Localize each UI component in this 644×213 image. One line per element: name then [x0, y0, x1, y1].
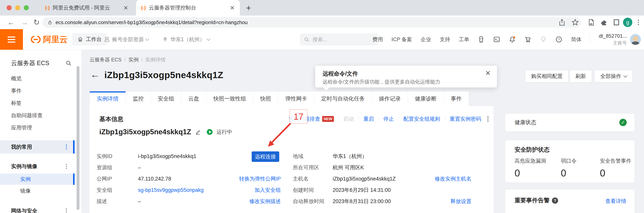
sidebar-group-network-security[interactable]: 网络与安全: [0, 204, 74, 213]
refresh-button[interactable]: 刷新: [570, 70, 592, 82]
field-row-security-group: 安全组 sg-bp15sv9ggpwp55onpakg 加入安全组: [96, 184, 281, 196]
tab-close-icon[interactable]: ✕: [230, 4, 235, 11]
account-resources-selector[interactable]: 账号全部资源: [104, 29, 149, 50]
reload-icon[interactable]: ↻: [34, 18, 40, 27]
sidepanel-page-icon[interactable]: [587, 18, 595, 26]
tab-security-groups[interactable]: 安全组: [151, 91, 181, 106]
account-avatar[interactable]: [630, 34, 641, 45]
more-options-icon[interactable]: [66, 164, 67, 169]
instance-name-row: iZbp1g3i5xogp5ne4skkq1Z 运行中: [99, 128, 232, 136]
stop-link[interactable]: 停止: [384, 116, 394, 122]
extensions-puzzle-icon[interactable]: [600, 18, 608, 26]
nav-link-enterprise[interactable]: 企业: [420, 36, 431, 43]
tab-instance-details[interactable]: 实例详情: [90, 91, 126, 106]
cloudshell-terminal-icon[interactable]: [493, 36, 500, 43]
join-security-group-link[interactable]: 加入安全组: [254, 186, 281, 194]
tooltip-title: 远程命令/文件: [322, 70, 358, 78]
tooltip-close-icon[interactable]: ✕: [485, 69, 491, 77]
sidebar-item-images[interactable]: 镜像: [0, 185, 74, 196]
cart-icon[interactable]: [524, 36, 531, 43]
modify-description-link[interactable]: 修改实例描述: [249, 198, 281, 205]
restart-link[interactable]: 重启: [364, 116, 374, 122]
language-toggle[interactable]: 简体: [571, 36, 582, 43]
account-menu[interactable]: dt_852701... 主账号: [599, 33, 641, 46]
breadcrumb-instances[interactable]: 实例: [128, 57, 138, 62]
security-group-link[interactable]: sg-bp15sv9ggpwp55onpakg: [138, 187, 204, 193]
tab-operation-records[interactable]: 操作记录: [372, 91, 408, 106]
console-search[interactable]: [300, 34, 378, 46]
action-divider: [338, 116, 339, 122]
sidebar-scrollbar[interactable]: [76, 66, 80, 210]
products-menu-icon[interactable]: [0, 29, 23, 50]
window-minimize-button[interactable]: [15, 5, 20, 10]
notifications-bell-icon[interactable]: [509, 36, 516, 43]
tab-close-icon[interactable]: ✕: [124, 4, 128, 11]
more-actions-icon[interactable]: [487, 116, 488, 122]
sidebar-item-instances[interactable]: 实例: [0, 174, 74, 185]
tab-monitoring[interactable]: 监控: [126, 91, 151, 106]
view-details-link[interactable]: 查看详情: [605, 198, 626, 205]
instance-actions: 实例问题排查NEW 启动 重启 停止 配置安全组规则 重置实例密码: [289, 115, 488, 123]
sidebar-group-my-favorites[interactable]: 我的常用: [0, 140, 74, 154]
help-question-icon[interactable]: ?: [552, 198, 558, 204]
lightbulb-icon[interactable]: [540, 36, 547, 43]
sidebar-item-app-management[interactable]: 应用管理: [0, 122, 74, 133]
chevron-down-icon: [624, 74, 627, 78]
back-arrow-icon[interactable]: ←: [90, 69, 100, 80]
region-selector[interactable]: 华东1（杭州）: [162, 29, 210, 50]
tab-snapshot-consistency-groups[interactable]: 快照一致性组: [206, 91, 253, 106]
nav-link-tickets[interactable]: 工单: [458, 36, 469, 43]
sidebar-item-self-troubleshoot[interactable]: 自助问题排查: [0, 110, 74, 121]
sidebar-item-overview[interactable]: 概览: [0, 73, 74, 84]
console-search-input[interactable]: [312, 36, 371, 43]
nav-link-icp[interactable]: ICP 备案: [391, 36, 412, 43]
sidebar-group-instances-images[interactable]: 实例与镜像: [0, 160, 74, 173]
tab-search-square-icon[interactable]: [612, 18, 620, 26]
workbench-label: 工作台: [86, 36, 102, 43]
share-icon[interactable]: [558, 18, 566, 26]
configure-sg-rules-link[interactable]: 配置安全组规则: [404, 116, 440, 122]
chevron-down-icon: [206, 37, 210, 41]
bookmark-star-icon[interactable]: [571, 18, 579, 26]
stat-value: 0: [561, 168, 576, 179]
browser-profile-avatar[interactable]: g: [623, 18, 632, 27]
breadcrumb-ecs[interactable]: 云服务器 ECS: [90, 57, 122, 62]
sidebar-item-events[interactable]: 事件: [0, 85, 74, 96]
tab-events[interactable]: 事件: [444, 91, 469, 106]
browser-menu-icon[interactable]: [638, 20, 639, 25]
new-tab-icon[interactable]: +: [246, 3, 251, 13]
back-icon[interactable]: ←: [8, 18, 15, 27]
nav-link-billing[interactable]: 费用: [372, 36, 383, 43]
all-operations-button[interactable]: 全部操作: [594, 70, 633, 82]
mobile-app-icon[interactable]: APP: [478, 36, 485, 43]
sidebar-item-tags[interactable]: 标签: [0, 97, 74, 109]
workbench-button[interactable]: 工作台: [72, 33, 107, 46]
convert-to-eip-link[interactable]: 转换为弹性公网IP: [239, 175, 281, 182]
tab-disks[interactable]: 云盘: [181, 91, 206, 106]
sidebar-search-icon[interactable]: [65, 60, 72, 66]
more-options-icon[interactable]: [66, 208, 67, 213]
edit-name-pencil-icon[interactable]: [195, 129, 201, 135]
stat-value: 0: [600, 168, 631, 179]
tab-scheduled-tasks[interactable]: 定时与自动化任务: [314, 91, 372, 106]
modify-hostname-link[interactable]: 修改实例主机名: [435, 175, 472, 182]
tab-health-diagnosis[interactable]: 健康诊断: [408, 91, 444, 106]
window-zoom-button[interactable]: [24, 5, 29, 10]
window-close-button[interactable]: [6, 5, 12, 10]
nav-link-support[interactable]: 支持: [440, 36, 450, 43]
tab-enis[interactable]: 弹性网卡: [278, 91, 314, 106]
stat-weak-passwords: 弱口令 0: [561, 158, 576, 179]
tab-snapshots[interactable]: 快照: [253, 91, 278, 106]
aliyun-logo[interactable]: 阿里云: [30, 29, 68, 50]
reset-password-link[interactable]: 重置实例密码: [450, 116, 481, 122]
forward-icon[interactable]: →: [20, 18, 28, 27]
browser-tab-ecs-console[interactable]: (-) 云服务器管理控制台 ✕: [136, 0, 240, 16]
stat-high-risk-vulns: 高危应急漏洞 0: [514, 158, 546, 179]
more-options-icon[interactable]: [66, 144, 67, 150]
buy-same-config-button[interactable]: 购买相同配置: [525, 70, 568, 82]
remote-connect-button[interactable]: 远程连接: [252, 152, 279, 162]
browser-tab-free-trial[interactable]: (-) 阿里云免费试用 - 阿里云 ✕: [40, 0, 133, 16]
help-question-icon[interactable]: ?: [556, 36, 562, 43]
address-bar[interactable]: ecs.console.aliyun.com/server/i-bp1g3i5x…: [42, 17, 581, 28]
release-settings-link[interactable]: 释放设置: [450, 198, 472, 205]
